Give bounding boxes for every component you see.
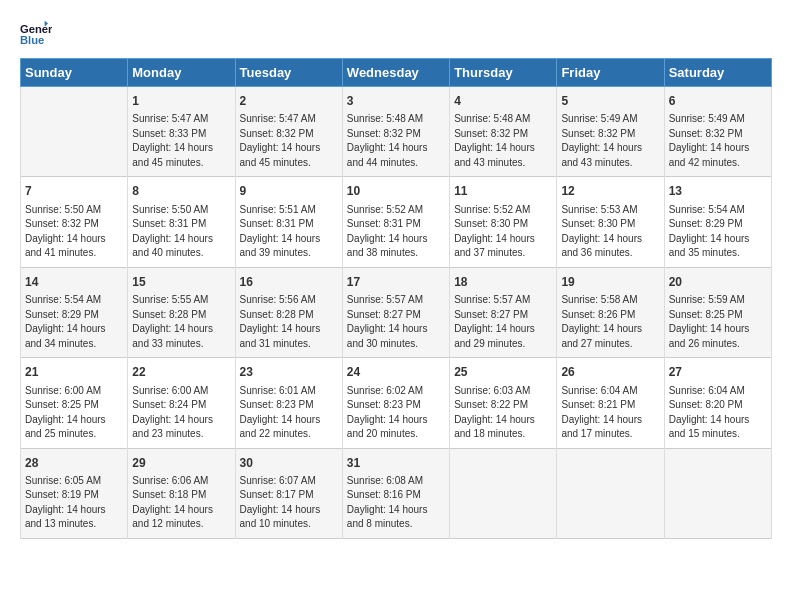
day-number: 26 xyxy=(561,364,659,381)
calendar-cell: 15Sunrise: 5:55 AM Sunset: 8:28 PM Dayli… xyxy=(128,267,235,357)
day-number: 29 xyxy=(132,455,230,472)
day-info: Sunrise: 6:04 AM Sunset: 8:20 PM Dayligh… xyxy=(669,384,767,442)
day-info: Sunrise: 6:04 AM Sunset: 8:21 PM Dayligh… xyxy=(561,384,659,442)
week-row-3: 14Sunrise: 5:54 AM Sunset: 8:29 PM Dayli… xyxy=(21,267,772,357)
day-number: 17 xyxy=(347,274,445,291)
day-header-saturday: Saturday xyxy=(664,59,771,87)
day-number: 11 xyxy=(454,183,552,200)
day-number: 25 xyxy=(454,364,552,381)
day-number: 5 xyxy=(561,93,659,110)
day-info: Sunrise: 5:56 AM Sunset: 8:28 PM Dayligh… xyxy=(240,293,338,351)
calendar-cell: 24Sunrise: 6:02 AM Sunset: 8:23 PM Dayli… xyxy=(342,358,449,448)
calendar-cell: 31Sunrise: 6:08 AM Sunset: 8:16 PM Dayli… xyxy=(342,448,449,538)
day-info: Sunrise: 6:03 AM Sunset: 8:22 PM Dayligh… xyxy=(454,384,552,442)
day-number: 24 xyxy=(347,364,445,381)
header-row: SundayMondayTuesdayWednesdayThursdayFrid… xyxy=(21,59,772,87)
calendar-cell xyxy=(664,448,771,538)
day-info: Sunrise: 5:54 AM Sunset: 8:29 PM Dayligh… xyxy=(669,203,767,261)
day-info: Sunrise: 5:50 AM Sunset: 8:32 PM Dayligh… xyxy=(25,203,123,261)
calendar-cell: 2Sunrise: 5:47 AM Sunset: 8:32 PM Daylig… xyxy=(235,87,342,177)
day-number: 27 xyxy=(669,364,767,381)
day-number: 28 xyxy=(25,455,123,472)
calendar-cell: 23Sunrise: 6:01 AM Sunset: 8:23 PM Dayli… xyxy=(235,358,342,448)
day-info: Sunrise: 5:54 AM Sunset: 8:29 PM Dayligh… xyxy=(25,293,123,351)
day-number: 10 xyxy=(347,183,445,200)
calendar-cell: 28Sunrise: 6:05 AM Sunset: 8:19 PM Dayli… xyxy=(21,448,128,538)
day-info: Sunrise: 5:57 AM Sunset: 8:27 PM Dayligh… xyxy=(454,293,552,351)
day-number: 15 xyxy=(132,274,230,291)
calendar-cell: 22Sunrise: 6:00 AM Sunset: 8:24 PM Dayli… xyxy=(128,358,235,448)
calendar-cell: 10Sunrise: 5:52 AM Sunset: 8:31 PM Dayli… xyxy=(342,177,449,267)
day-number: 19 xyxy=(561,274,659,291)
day-header-tuesday: Tuesday xyxy=(235,59,342,87)
day-number: 13 xyxy=(669,183,767,200)
day-number: 7 xyxy=(25,183,123,200)
day-info: Sunrise: 5:47 AM Sunset: 8:33 PM Dayligh… xyxy=(132,112,230,170)
day-number: 18 xyxy=(454,274,552,291)
day-number: 31 xyxy=(347,455,445,472)
week-row-5: 28Sunrise: 6:05 AM Sunset: 8:19 PM Dayli… xyxy=(21,448,772,538)
day-header-monday: Monday xyxy=(128,59,235,87)
calendar-cell: 13Sunrise: 5:54 AM Sunset: 8:29 PM Dayli… xyxy=(664,177,771,267)
calendar-cell: 11Sunrise: 5:52 AM Sunset: 8:30 PM Dayli… xyxy=(450,177,557,267)
calendar-cell: 5Sunrise: 5:49 AM Sunset: 8:32 PM Daylig… xyxy=(557,87,664,177)
day-info: Sunrise: 5:57 AM Sunset: 8:27 PM Dayligh… xyxy=(347,293,445,351)
day-info: Sunrise: 6:00 AM Sunset: 8:24 PM Dayligh… xyxy=(132,384,230,442)
svg-text:Blue: Blue xyxy=(20,34,44,46)
day-number: 1 xyxy=(132,93,230,110)
day-header-wednesday: Wednesday xyxy=(342,59,449,87)
logo: General Blue xyxy=(20,20,56,48)
day-info: Sunrise: 5:49 AM Sunset: 8:32 PM Dayligh… xyxy=(561,112,659,170)
day-info: Sunrise: 5:49 AM Sunset: 8:32 PM Dayligh… xyxy=(669,112,767,170)
calendar-cell: 30Sunrise: 6:07 AM Sunset: 8:17 PM Dayli… xyxy=(235,448,342,538)
day-info: Sunrise: 5:55 AM Sunset: 8:28 PM Dayligh… xyxy=(132,293,230,351)
day-number: 3 xyxy=(347,93,445,110)
day-number: 22 xyxy=(132,364,230,381)
calendar-cell: 12Sunrise: 5:53 AM Sunset: 8:30 PM Dayli… xyxy=(557,177,664,267)
day-info: Sunrise: 6:07 AM Sunset: 8:17 PM Dayligh… xyxy=(240,474,338,532)
page-header: General Blue xyxy=(20,20,772,48)
calendar-cell: 27Sunrise: 6:04 AM Sunset: 8:20 PM Dayli… xyxy=(664,358,771,448)
calendar-cell: 25Sunrise: 6:03 AM Sunset: 8:22 PM Dayli… xyxy=(450,358,557,448)
calendar-cell xyxy=(557,448,664,538)
calendar-cell: 1Sunrise: 5:47 AM Sunset: 8:33 PM Daylig… xyxy=(128,87,235,177)
day-info: Sunrise: 5:48 AM Sunset: 8:32 PM Dayligh… xyxy=(454,112,552,170)
day-info: Sunrise: 6:08 AM Sunset: 8:16 PM Dayligh… xyxy=(347,474,445,532)
calendar-cell xyxy=(450,448,557,538)
calendar-cell: 7Sunrise: 5:50 AM Sunset: 8:32 PM Daylig… xyxy=(21,177,128,267)
day-info: Sunrise: 5:52 AM Sunset: 8:31 PM Dayligh… xyxy=(347,203,445,261)
day-info: Sunrise: 6:05 AM Sunset: 8:19 PM Dayligh… xyxy=(25,474,123,532)
day-number: 4 xyxy=(454,93,552,110)
calendar-cell: 29Sunrise: 6:06 AM Sunset: 8:18 PM Dayli… xyxy=(128,448,235,538)
day-number: 30 xyxy=(240,455,338,472)
week-row-2: 7Sunrise: 5:50 AM Sunset: 8:32 PM Daylig… xyxy=(21,177,772,267)
day-info: Sunrise: 5:58 AM Sunset: 8:26 PM Dayligh… xyxy=(561,293,659,351)
calendar-table: SundayMondayTuesdayWednesdayThursdayFrid… xyxy=(20,58,772,539)
calendar-cell: 19Sunrise: 5:58 AM Sunset: 8:26 PM Dayli… xyxy=(557,267,664,357)
day-number: 23 xyxy=(240,364,338,381)
day-header-sunday: Sunday xyxy=(21,59,128,87)
day-info: Sunrise: 5:59 AM Sunset: 8:25 PM Dayligh… xyxy=(669,293,767,351)
calendar-cell xyxy=(21,87,128,177)
calendar-cell: 6Sunrise: 5:49 AM Sunset: 8:32 PM Daylig… xyxy=(664,87,771,177)
day-header-thursday: Thursday xyxy=(450,59,557,87)
calendar-cell: 14Sunrise: 5:54 AM Sunset: 8:29 PM Dayli… xyxy=(21,267,128,357)
day-number: 20 xyxy=(669,274,767,291)
calendar-cell: 18Sunrise: 5:57 AM Sunset: 8:27 PM Dayli… xyxy=(450,267,557,357)
day-number: 9 xyxy=(240,183,338,200)
week-row-4: 21Sunrise: 6:00 AM Sunset: 8:25 PM Dayli… xyxy=(21,358,772,448)
calendar-cell: 20Sunrise: 5:59 AM Sunset: 8:25 PM Dayli… xyxy=(664,267,771,357)
calendar-cell: 16Sunrise: 5:56 AM Sunset: 8:28 PM Dayli… xyxy=(235,267,342,357)
day-info: Sunrise: 5:51 AM Sunset: 8:31 PM Dayligh… xyxy=(240,203,338,261)
day-info: Sunrise: 5:52 AM Sunset: 8:30 PM Dayligh… xyxy=(454,203,552,261)
calendar-cell: 26Sunrise: 6:04 AM Sunset: 8:21 PM Dayli… xyxy=(557,358,664,448)
day-info: Sunrise: 6:02 AM Sunset: 8:23 PM Dayligh… xyxy=(347,384,445,442)
day-number: 8 xyxy=(132,183,230,200)
day-info: Sunrise: 5:53 AM Sunset: 8:30 PM Dayligh… xyxy=(561,203,659,261)
day-number: 16 xyxy=(240,274,338,291)
calendar-cell: 3Sunrise: 5:48 AM Sunset: 8:32 PM Daylig… xyxy=(342,87,449,177)
calendar-cell: 4Sunrise: 5:48 AM Sunset: 8:32 PM Daylig… xyxy=(450,87,557,177)
day-info: Sunrise: 6:00 AM Sunset: 8:25 PM Dayligh… xyxy=(25,384,123,442)
logo-icon: General Blue xyxy=(20,20,52,48)
day-number: 14 xyxy=(25,274,123,291)
